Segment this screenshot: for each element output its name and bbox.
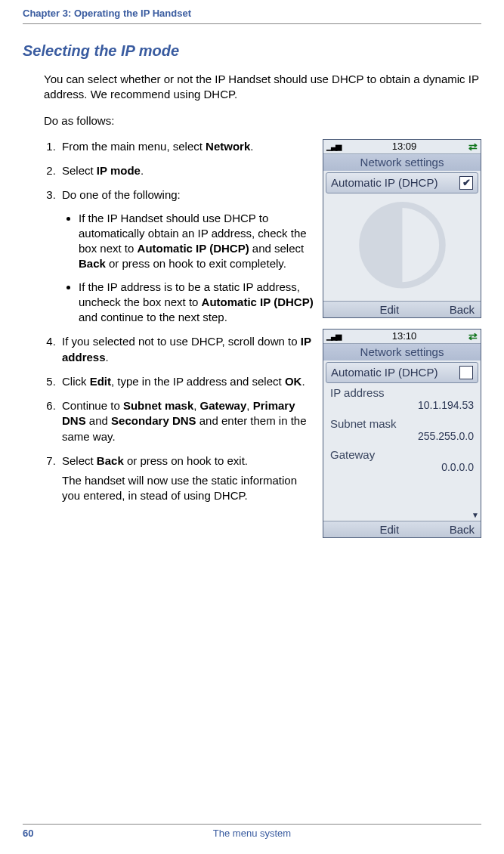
step-6-g: and: [86, 414, 111, 427]
phone2-statusbar: ▁▃▅ 13:10 ⇄: [323, 330, 481, 344]
step-7: Select Back or press on hook to exit. Th…: [59, 453, 317, 504]
step-3-b1-e: or press on hook to exit completely.: [106, 257, 286, 270]
footer-title: The menu system: [53, 828, 451, 839]
step-3-b1-bold2: Back: [79, 257, 106, 270]
step-7-a: Select: [62, 454, 97, 467]
phone2-sm-value: 255.255.0.0: [330, 430, 474, 442]
step-5-a: Click: [62, 375, 90, 388]
step-7-c: or press on hook to exit.: [124, 454, 248, 467]
phone2-softkeys: Edit Back: [323, 521, 481, 537]
phone2-ip-label: IP address: [330, 386, 474, 399]
phone2-gw-label: Gateway: [330, 448, 474, 461]
step-3-b2-bold: Automatic IP (DHCP): [202, 295, 314, 308]
phone2-gw-value: 0.0.0.0: [330, 461, 474, 473]
phone2-checkbox[interactable]: [459, 366, 473, 379]
phone1-statusbar: ▁▃▅ 13:09 ⇄: [323, 140, 481, 154]
step-3-b2-c: and continue to the next step.: [79, 311, 227, 323]
phone1-item-label: Automatic IP (DHCP): [331, 176, 438, 189]
phone2-softkey-back[interactable]: Back: [444, 521, 481, 537]
phone2-row-gateway[interactable]: Gateway 0.0.0.0: [326, 447, 478, 476]
phone2-title: Network settings: [323, 344, 481, 360]
phone2-softkey-edit[interactable]: Edit: [335, 521, 444, 537]
intro-paragraph-1: You can select whether or not the IP Han…: [44, 72, 481, 103]
phone1-softkeys: Edit Back: [323, 301, 481, 317]
step-1-tail: .: [250, 140, 253, 153]
phone1-checkbox[interactable]: ✔: [459, 176, 473, 190]
header-rule: [23, 23, 481, 24]
step-5: Click Edit, type in the IP address and s…: [59, 374, 317, 389]
step-3: Do one of the following: If the IP Hands…: [59, 187, 317, 325]
page-number: 60: [23, 828, 53, 839]
phone-screenshot-2: ▁▃▅ 13:10 ⇄ Network settings ▲ Automatic…: [323, 329, 481, 538]
phone-screenshot-1: ▁▃▅ 13:09 ⇄ Network settings ◐ Automatic…: [323, 139, 481, 318]
step-6: Continue to Subnet mask, Gateway, Primar…: [59, 398, 317, 444]
step-4-c: .: [106, 351, 109, 364]
step-3-sublist: If the IP Handset should use DHCP to aut…: [62, 211, 317, 326]
phone2-item-dhcp[interactable]: Automatic IP (DHCP): [326, 362, 478, 383]
step-5-e: .: [301, 375, 305, 388]
step-6-a: Continue to: [62, 399, 123, 412]
phone2-time: 13:10: [392, 330, 417, 342]
step-5-c: , type in the IP address and select: [111, 375, 285, 388]
step-1-text: From the main menu, select: [62, 140, 206, 153]
step-1: From the main menu, select Network.: [59, 139, 317, 154]
signal-icon: ▁▃▅: [326, 331, 340, 341]
phone1-softkey-back[interactable]: Back: [444, 302, 481, 317]
step-5-bold1: Edit: [90, 375, 111, 388]
phone2-list-area: ▲ Automatic IP (DHCP) IP address 10.1.19…: [323, 360, 481, 521]
activity-icon: ⇄: [468, 141, 478, 153]
step-7-extra: The handset will now use the static info…: [62, 473, 317, 504]
section-title: Selecting the IP mode: [23, 42, 481, 60]
chapter-header: Chapter 3: Operating the IP Handset: [23, 8, 481, 22]
phone1-time: 13:09: [392, 141, 417, 152]
step-6-b4: Secondary DNS: [111, 414, 196, 427]
step-2-tail: .: [141, 164, 144, 177]
step-6-c: ,: [193, 399, 199, 412]
step-3-bullet-1: If the IP Handset should use DHCP to aut…: [79, 211, 317, 272]
step-2-text: Select: [62, 164, 97, 177]
step-6-b2: Gateway: [200, 399, 247, 412]
step-7-bold: Back: [97, 454, 124, 467]
phone2-row-ip[interactable]: IP address 10.1.194.53: [326, 385, 478, 414]
step-1-bold: Network: [206, 140, 250, 153]
step-6-b1: Subnet mask: [123, 399, 193, 412]
signal-icon: ▁▃▅: [326, 141, 340, 151]
phone2-item-label: Automatic IP (DHCP): [331, 366, 438, 379]
step-3-text: Do one of the following:: [62, 188, 181, 201]
step-5-bold2: OK: [285, 375, 302, 388]
phone2-row-subnet[interactable]: Subnet mask 255.255.0.0: [326, 416, 478, 445]
intro-paragraph-2: Do as follows:: [44, 113, 481, 128]
step-4-a: If you selected not to use DHCP, scroll …: [62, 335, 301, 348]
step-3-b1-bold1: Automatic IP (DHCP): [138, 242, 249, 255]
steps-list: From the main menu, select Network. Sele…: [23, 139, 317, 504]
step-6-e: ,: [246, 399, 252, 412]
phone1-item-dhcp[interactable]: Automatic IP (DHCP) ✔: [326, 172, 478, 193]
step-3-bullet-2: If the IP address is to be a static IP a…: [79, 280, 317, 326]
page-footer: 60 The menu system: [23, 824, 481, 839]
step-3-b1-c: and select: [249, 242, 305, 255]
step-4: If you selected not to use DHCP, scroll …: [59, 334, 317, 365]
phone1-title: Network settings: [323, 154, 481, 171]
activity-icon: ⇄: [468, 330, 478, 342]
phone1-list-area: ◐ Automatic IP (DHCP) ✔: [323, 171, 481, 301]
phone2-ip-value: 10.1.194.53: [330, 399, 474, 411]
phone2-sm-label: Subnet mask: [330, 417, 474, 430]
scroll-down-icon[interactable]: ▼: [472, 511, 479, 519]
step-2-bold: IP mode: [97, 164, 141, 177]
step-2: Select IP mode.: [59, 163, 317, 178]
phone1-softkey-edit[interactable]: Edit: [335, 302, 444, 317]
